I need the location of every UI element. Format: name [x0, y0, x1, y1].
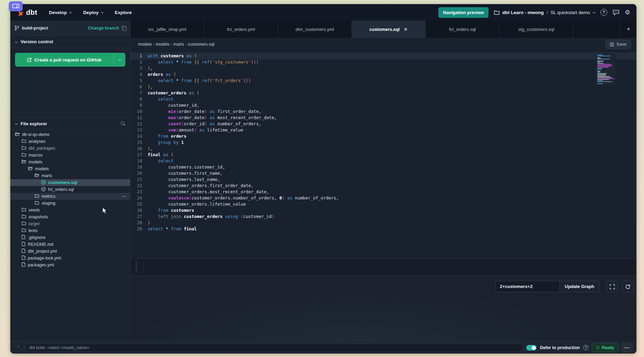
code-line[interactable]: 28)	[130, 220, 636, 226]
tree-item-db-sl-qs-demo[interactable]: db-sl-qs-demo	[10, 131, 130, 138]
code-line[interactable]: 27 left join customer_orders using (cust…	[130, 214, 636, 220]
tree-item-seeds[interactable]: seeds	[10, 207, 130, 214]
copy-icon[interactable]	[122, 26, 126, 30]
tree-item-metrics[interactable]: metrics⋯	[10, 193, 130, 200]
code-line[interactable]: 17final as (	[130, 152, 636, 158]
tree-item-macros[interactable]: macros	[10, 152, 130, 159]
tab-fct-orders-sql[interactable]: fct_orders.sql	[426, 21, 499, 38]
tab-stg-customers-sql[interactable]: stg_customers.sql	[499, 21, 573, 38]
breadcrumb-segment[interactable]: models	[156, 42, 169, 47]
folder-icon	[22, 146, 26, 151]
project-breadcrumb[interactable]: dbt Learn - mwong / SL quickstart demo	[494, 10, 595, 15]
help-icon[interactable]: ?	[600, 9, 607, 16]
new-tab-button[interactable]: +	[621, 21, 636, 38]
close-icon[interactable]: ✕	[403, 27, 408, 32]
code-line[interactable]: 7customer_orders as (	[130, 90, 636, 96]
code-line[interactable]: 6),	[130, 84, 636, 90]
tree-item-snapshots[interactable]: snapshots	[10, 214, 130, 220]
breadcrumb-segment[interactable]: marts	[173, 42, 184, 47]
code-line[interactable]: 19 customers.customer_id,	[130, 164, 636, 170]
line-number: 1	[130, 53, 148, 59]
editor-minimap[interactable]	[596, 54, 616, 85]
code-line[interactable]: 23 customer_orders.most_recent_order_dat…	[130, 189, 636, 195]
tree-item-label: analyses	[28, 139, 45, 144]
code-line[interactable]: 15 group by 1	[130, 139, 636, 146]
tree-item-marts[interactable]: marts	[10, 172, 130, 179]
menu-explore[interactable]: Explore	[115, 10, 132, 15]
code-line[interactable]: 20 customers.first_name,	[130, 170, 636, 176]
statusbar-kebab-button[interactable]: ⋯	[622, 343, 632, 352]
tree-item-dbt-project-yml[interactable]: dbt_project.yml	[10, 248, 130, 255]
code-line[interactable]: 9 customer_id,	[130, 102, 636, 108]
breadcrumb-segment[interactable]: models	[138, 42, 152, 47]
code-editor[interactable]: 1with customers as (2 select * from {{ r…	[130, 51, 636, 258]
code-line[interactable]: 14 from orders	[130, 133, 636, 139]
fullscreen-button[interactable]	[606, 281, 618, 292]
code-line[interactable]: 1with customers as (	[130, 53, 636, 59]
save-button[interactable]: Save	[605, 39, 631, 49]
code-line[interactable]: 26 from customers	[130, 207, 636, 214]
settings-gear-icon[interactable]: ⚙	[625, 9, 630, 15]
file-explorer-header[interactable]: File explorer	[10, 117, 130, 130]
main-panel: src_jaffle_shop.ymlfct_orders.ymldim_cus…	[130, 21, 636, 341]
tree-item-models[interactable]: models	[10, 159, 130, 165]
code-line[interactable]: 8 select	[130, 96, 636, 102]
version-control-header[interactable]: Version control	[10, 36, 130, 48]
breadcrumb-segment[interactable]: customers.sql	[188, 42, 214, 47]
tab-fct-orders-yml[interactable]: fct_orders.yml	[204, 21, 278, 38]
tree-item-staging[interactable]: staging	[10, 200, 130, 207]
defer-toggle[interactable]	[526, 345, 537, 350]
dbt-ide-window: dbt Develop Deploy Explore Navigation pr…	[10, 4, 636, 354]
navigation-preview-button[interactable]: Navigation preview	[438, 7, 488, 18]
change-branch-link[interactable]: Change branch	[88, 26, 119, 31]
code-line[interactable]: 29select * from final	[130, 226, 636, 232]
tree-item-readme-md[interactable]: README.md	[10, 241, 130, 248]
feedback-icon[interactable]	[613, 10, 619, 15]
code-line[interactable]: 24 coalesce(customer_orders.number_of_or…	[130, 195, 636, 201]
code-line[interactable]: 3),	[130, 65, 636, 71]
command-input[interactable]	[25, 344, 523, 352]
code-line[interactable]: 18 select	[130, 158, 636, 164]
tree-item-fct-orders-sql[interactable]: fct_orders.sql	[10, 186, 130, 193]
ready-dot-icon	[596, 346, 599, 349]
code-line[interactable]: 11 max(order_date) as most_recent_order_…	[130, 115, 636, 121]
menu-deploy[interactable]: Deploy	[83, 10, 103, 15]
code-text: select	[148, 158, 173, 164]
defer-info-icon[interactable]: ?	[583, 345, 588, 350]
code-line[interactable]: 16),	[130, 146, 636, 152]
row-kebab-icon[interactable]: ⋯	[122, 194, 127, 199]
tree-item-tests[interactable]: tests	[10, 227, 130, 234]
lineage-search-input[interactable]	[495, 281, 560, 292]
code-line[interactable]: 4orders as (	[130, 71, 636, 78]
menu-develop[interactable]: Develop	[49, 10, 72, 15]
tree-item-dbt-packages[interactable]: dbt_packages	[10, 145, 130, 152]
tab-customers-sql[interactable]: customers.sql✕	[352, 21, 426, 38]
tree-item-target[interactable]: target	[10, 220, 130, 227]
code-line[interactable]: 13 sum(amount) as lifetime_value	[130, 127, 636, 133]
refresh-button[interactable]	[622, 281, 634, 292]
tab-src-jaffle-shop-yml[interactable]: src_jaffle_shop.yml	[130, 21, 204, 38]
code-line[interactable]: 10 min(order_date) as first_order_date,	[130, 108, 636, 115]
tree-item-customers-sql[interactable]: customers.sql	[10, 179, 130, 186]
update-graph-button[interactable]: Update Graph	[560, 281, 599, 292]
tab-dim-customers-yml[interactable]: dim_customers.yml	[278, 21, 352, 38]
code-text: customers.first_name,	[148, 170, 222, 176]
preview-button[interactable]	[136, 261, 137, 273]
expand-panel-caret[interactable]: ⌃	[14, 345, 22, 350]
code-line[interactable]: 12 count(order_id) as number_of_orders,	[130, 121, 636, 127]
code-line[interactable]: 2 select * from {{ ref('stg_customers')}…	[130, 59, 636, 65]
search-icon[interactable]	[120, 121, 125, 126]
create-pr-button[interactable]: Create a pull request on GitHub	[15, 53, 125, 67]
code-line[interactable]: 21 customers.last_name,	[130, 176, 636, 183]
code-line[interactable]: 5 select * from {{ ref('fct_orders')}}	[130, 78, 636, 84]
tree-item-analyses[interactable]: analyses	[10, 138, 130, 145]
tree-item-package-lock-yml[interactable]: package-lock.yml	[10, 255, 130, 262]
tree-item-models[interactable]: models	[10, 165, 130, 172]
create-pr-dropdown[interactable]	[113, 53, 125, 66]
tree-item--gitignore[interactable]: .gitignore	[10, 234, 130, 241]
folder-open-icon	[35, 173, 39, 178]
tree-item-label: staging	[42, 201, 55, 206]
code-line[interactable]: 25 customer_orders.lifetime_value	[130, 201, 636, 207]
code-line[interactable]: 22 customer_orders.first_order_date,	[130, 183, 636, 189]
tree-item-packages-yml[interactable]: packages.yml	[10, 262, 130, 268]
